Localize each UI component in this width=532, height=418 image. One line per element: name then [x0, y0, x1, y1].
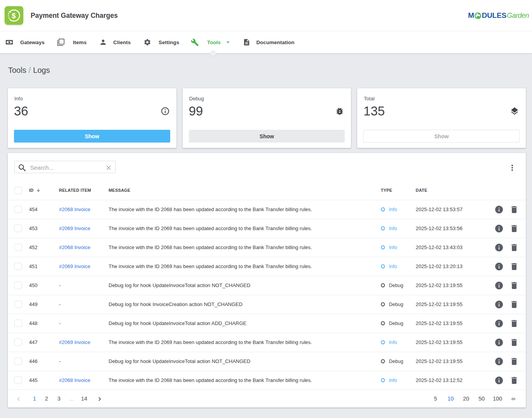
svg-text:$: $ — [12, 12, 16, 20]
